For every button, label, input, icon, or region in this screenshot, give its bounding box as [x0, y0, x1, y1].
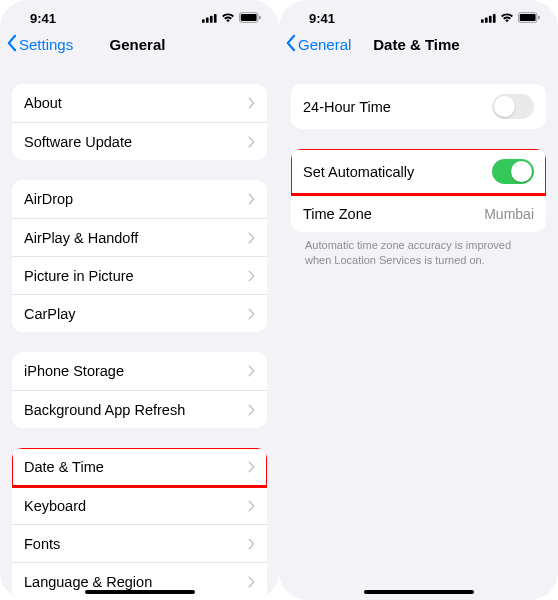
toggle-set-automatically[interactable]: [492, 159, 534, 184]
group-auto-tz: Set Automatically Time Zone Mumbai: [291, 149, 546, 232]
cell-label: Time Zone: [303, 206, 372, 222]
cell-about[interactable]: About: [12, 84, 267, 122]
settings-list[interactable]: AboutSoftware UpdateAirDropAirPlay & Han…: [0, 62, 279, 600]
cell-label: Language & Region: [24, 574, 152, 590]
cell-label: Date & Time: [24, 459, 104, 475]
cell-label: Set Automatically: [303, 164, 414, 180]
chevron-left-icon: [285, 34, 296, 55]
cell-set-automatically[interactable]: Set Automatically: [291, 149, 546, 194]
phone-general: 9:41 Settings General AboutSoftware Upda…: [0, 0, 279, 600]
cell-picture-in-picture[interactable]: Picture in Picture: [12, 256, 267, 294]
chevron-right-icon: [248, 193, 255, 205]
chevron-right-icon: [248, 232, 255, 244]
settings-group: iPhone StorageBackground App Refresh: [12, 352, 267, 428]
chevron-right-icon: [248, 500, 255, 512]
cell-language-region[interactable]: Language & Region: [12, 562, 267, 600]
cell-label: Software Update: [24, 134, 132, 150]
cell-label: Keyboard: [24, 498, 86, 514]
chevron-right-icon: [248, 308, 255, 320]
nav-bar: Settings General: [0, 22, 279, 62]
cell-iphone-storage[interactable]: iPhone Storage: [12, 352, 267, 390]
cell-background-app-refresh[interactable]: Background App Refresh: [12, 390, 267, 428]
settings-group: AirDropAirPlay & HandoffPicture in Pictu…: [12, 180, 267, 332]
back-button[interactable]: General: [285, 34, 351, 55]
svg-rect-5: [241, 13, 257, 20]
date-time-list[interactable]: 24-Hour Time Set Automatically Time Zone…: [279, 62, 558, 600]
cell-label: AirDrop: [24, 191, 73, 207]
toggle-24hour[interactable]: [492, 94, 534, 119]
phone-date-time: 9:41 General Date & Time 24-Hour Time Se…: [279, 0, 558, 600]
chevron-right-icon: [248, 576, 255, 588]
chevron-right-icon: [248, 365, 255, 377]
chevron-right-icon: [248, 270, 255, 282]
cell-carplay[interactable]: CarPlay: [12, 294, 267, 332]
footer-note: Automatic time zone accuracy is improved…: [291, 232, 546, 268]
chevron-right-icon: [248, 404, 255, 416]
chevron-left-icon: [6, 34, 17, 55]
nav-title: General: [110, 36, 166, 53]
back-label: Settings: [19, 36, 73, 53]
chevron-right-icon: [248, 97, 255, 109]
svg-rect-13: [538, 15, 539, 19]
settings-group: AboutSoftware Update: [12, 84, 267, 160]
cell-fonts[interactable]: Fonts: [12, 524, 267, 562]
home-indicator[interactable]: [364, 590, 474, 594]
cell-label: Background App Refresh: [24, 402, 185, 418]
cell-date-time[interactable]: Date & Time: [12, 448, 267, 486]
svg-rect-6: [259, 15, 260, 19]
cell-24hour-time[interactable]: 24-Hour Time: [291, 84, 546, 129]
cell-label: AirPlay & Handoff: [24, 230, 138, 246]
cell-label: Picture in Picture: [24, 268, 134, 284]
chevron-right-icon: [248, 538, 255, 550]
cell-time-zone[interactable]: Time Zone Mumbai: [291, 194, 546, 232]
home-indicator[interactable]: [85, 590, 195, 594]
back-button[interactable]: Settings: [6, 34, 73, 55]
chevron-right-icon: [248, 461, 255, 473]
cell-label: About: [24, 95, 62, 111]
cell-airplay-handoff[interactable]: AirPlay & Handoff: [12, 218, 267, 256]
cell-keyboard[interactable]: Keyboard: [12, 486, 267, 524]
cell-airdrop[interactable]: AirDrop: [12, 180, 267, 218]
settings-group: Date & TimeKeyboardFontsLanguage & Regio…: [12, 448, 267, 600]
nav-bar: General Date & Time: [279, 22, 558, 62]
cell-label: CarPlay: [24, 306, 76, 322]
back-label: General: [298, 36, 351, 53]
cell-software-update[interactable]: Software Update: [12, 122, 267, 160]
svg-rect-12: [520, 13, 536, 20]
group-24hour: 24-Hour Time: [291, 84, 546, 129]
chevron-right-icon: [248, 136, 255, 148]
cell-label: Fonts: [24, 536, 60, 552]
cell-label: 24-Hour Time: [303, 99, 391, 115]
nav-title: Date & Time: [373, 36, 459, 53]
status-bar: 9:41: [279, 0, 558, 22]
cell-label: iPhone Storage: [24, 363, 124, 379]
time-zone-value: Mumbai: [484, 206, 534, 222]
status-bar: 9:41: [0, 0, 279, 22]
